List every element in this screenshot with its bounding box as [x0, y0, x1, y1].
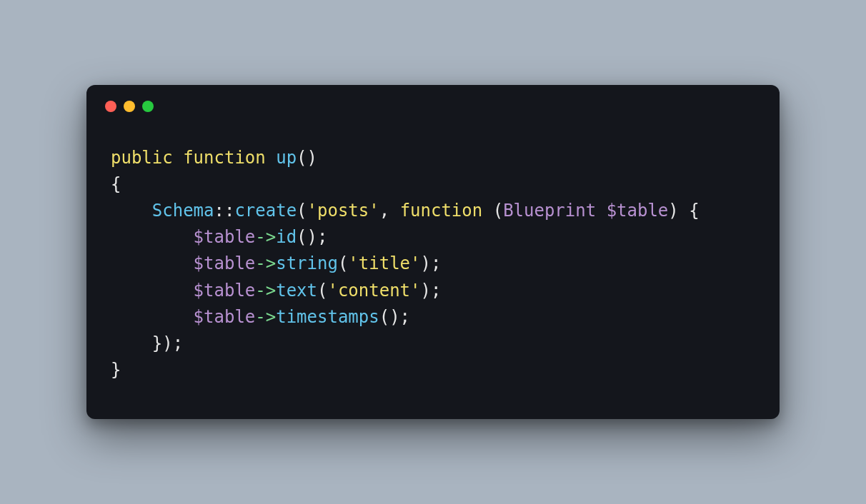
- window-titlebar: [86, 85, 780, 112]
- paren-close: ): [421, 253, 431, 273]
- maximize-icon[interactable]: [142, 101, 154, 112]
- keyword-public: public: [111, 148, 173, 168]
- close-icon[interactable]: [105, 101, 116, 112]
- space: [173, 148, 183, 168]
- class-schema: Schema: [152, 201, 214, 221]
- method-text: text: [276, 281, 317, 301]
- paren-close: ): [307, 227, 317, 247]
- paren-open: (: [297, 148, 307, 168]
- string-content: 'content': [327, 281, 420, 301]
- paren-open: (: [493, 201, 503, 221]
- comma: ,: [379, 201, 389, 221]
- brace-close: }: [111, 360, 121, 380]
- semicolon: ;: [400, 307, 410, 327]
- paren-open: (: [338, 253, 348, 273]
- variable-table: $table: [607, 201, 669, 221]
- keyword-function: function: [400, 201, 483, 221]
- arrow-operator: ->: [255, 253, 276, 273]
- space: [596, 201, 606, 221]
- space: [482, 201, 492, 221]
- space: [679, 201, 689, 221]
- string-title: 'title': [348, 253, 420, 273]
- paren-open: (: [297, 227, 307, 247]
- type-blueprint: Blueprint: [503, 201, 596, 221]
- indent: [111, 333, 152, 353]
- semicolon: ;: [431, 253, 441, 273]
- brace-open: {: [111, 174, 121, 194]
- arrow-operator: ->: [255, 227, 276, 247]
- paren-open: (: [297, 201, 307, 221]
- brace-close: }: [152, 333, 162, 353]
- indent: [111, 307, 194, 327]
- method-create: create: [234, 201, 297, 221]
- variable-table: $table: [194, 281, 256, 301]
- paren-close: ): [668, 201, 678, 221]
- indent: [111, 281, 194, 301]
- indent: [111, 201, 152, 221]
- paren-open: (: [379, 307, 389, 327]
- method-timestamps: timestamps: [276, 307, 379, 327]
- space: [389, 201, 399, 221]
- scope-operator: ::: [214, 201, 235, 221]
- brace-open: {: [689, 201, 699, 221]
- paren-close: ): [421, 281, 431, 301]
- keyword-function: function: [183, 148, 266, 168]
- string-posts: 'posts': [307, 201, 379, 221]
- function-name-up: up: [276, 148, 297, 168]
- space: [266, 148, 276, 168]
- variable-table: $table: [194, 227, 256, 247]
- code-window: public function up() { Schema::create('p…: [86, 85, 780, 420]
- code-block: public function up() { Schema::create('p…: [86, 112, 780, 420]
- paren-close: ): [162, 333, 172, 353]
- arrow-operator: ->: [255, 281, 276, 301]
- variable-table: $table: [194, 253, 256, 273]
- method-id: id: [276, 227, 297, 247]
- indent: [111, 227, 194, 247]
- semicolon: ;: [317, 227, 327, 247]
- arrow-operator: ->: [255, 307, 276, 327]
- indent: [111, 253, 194, 273]
- variable-table: $table: [194, 307, 256, 327]
- semicolon: ;: [431, 281, 441, 301]
- paren-close: ): [389, 307, 399, 327]
- paren-open: (: [317, 281, 327, 301]
- method-string: string: [276, 253, 338, 273]
- semicolon: ;: [173, 333, 183, 353]
- paren-close: ): [307, 148, 317, 168]
- minimize-icon[interactable]: [124, 101, 135, 112]
